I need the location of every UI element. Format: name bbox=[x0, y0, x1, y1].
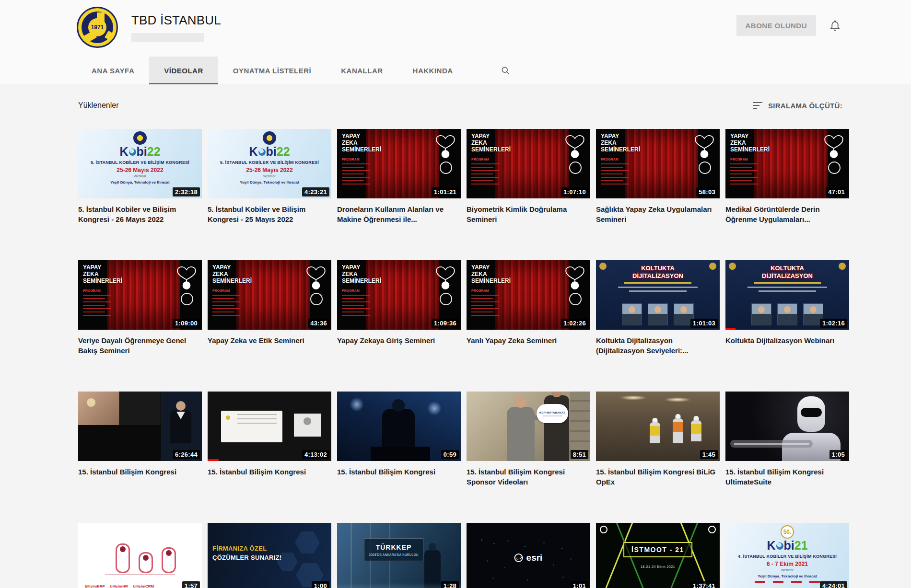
video-thumbnail[interactable]: KOLTUKTADİJİTALİZASYON 1:02:16 bbox=[725, 260, 849, 330]
video-thumbnail[interactable]: 4:13:02 bbox=[208, 392, 331, 461]
thumb-art-shape bbox=[442, 282, 449, 289]
duration-badge: 1:37:41 bbox=[690, 581, 718, 588]
duration-badge: 1:01:03 bbox=[690, 319, 718, 328]
tab-hakkinda[interactable]: HAKKINDA bbox=[398, 57, 468, 84]
video-card[interactable]: 4:13:02 15. İstanbul Bilişim Kongresi bbox=[208, 392, 331, 487]
video-title[interactable]: 5. İstanbul Kobiler ve Bilişim Kongresi … bbox=[78, 204, 202, 224]
video-thumbnail[interactable]: Kbi22 5. İSTANBUL KOBİLER VE BİLİŞİM KON… bbox=[78, 129, 202, 198]
video-card[interactable]: 50. Kbi21 4. İSTANBUL KOBİLER VE BİLİŞİM… bbox=[725, 523, 849, 588]
video-card[interactable]: YAPAYZEKASEMİNERLERİ PROGRAM 1:09:00 Ver… bbox=[78, 260, 202, 356]
video-title[interactable]: 15. İstanbul Bilişim Kongresi bbox=[208, 467, 331, 477]
video-title[interactable]: Yapay Zeka ve Etik Semineri bbox=[208, 335, 331, 346]
video-title[interactable]: Medikal Görüntülerde Derin Öğrenme Uygul… bbox=[725, 204, 849, 224]
video-thumbnail[interactable]: bilişimERPbilişimHRbilişimCRM 1:57 bbox=[78, 523, 202, 588]
video-card[interactable]: 0:59 15. İstanbul Bilişim Kongresi bbox=[337, 392, 461, 487]
tbd-logo-outline-icon bbox=[440, 161, 452, 174]
video-thumbnail[interactable]: YAPAYZEKASEMİNERLERİ PROGRAM 1:02:26 bbox=[467, 260, 590, 330]
video-thumbnail[interactable]: 1:05 bbox=[725, 392, 849, 461]
video-title[interactable]: Veriye Dayalı Öğrenmeye Genel Bakış Semi… bbox=[78, 335, 202, 356]
thumb-art-shape bbox=[342, 170, 370, 171]
video-thumbnail[interactable]: KOLTUKTADİJİTALİZASYON 1:01:03 bbox=[596, 260, 720, 330]
tab-ana-sayfa[interactable]: ANA SAYFA bbox=[77, 57, 149, 84]
video-card[interactable]: YAPAYZEKASEMİNERLERİ PROGRAM 58:03 Sağlı… bbox=[596, 129, 720, 224]
video-title[interactable]: Yapay Zekaya Giriş Semineri bbox=[337, 335, 461, 346]
tab-kanallar[interactable]: KANALLAR bbox=[326, 57, 397, 84]
video-thumbnail[interactable]: YAPAYZEKASEMİNERLERİ PROGRAM 1:09:36 bbox=[337, 260, 461, 330]
thumb-art-shape bbox=[342, 295, 370, 296]
video-card[interactable]: YAPAYZEKASEMİNERLERİ PROGRAM 1:02:26 Yan… bbox=[467, 260, 590, 356]
channel-avatar[interactable]: 1971 bbox=[77, 7, 118, 48]
video-thumbnail[interactable]: YAPAYZEKASEMİNERLERİ PROGRAM 43:36 bbox=[208, 260, 331, 330]
video-title[interactable]: Biyometrik Kimlik Doğrulama Semineri bbox=[467, 204, 590, 224]
video-thumbnail[interactable]: KEP MUTABAKAT 8:51 bbox=[467, 392, 590, 461]
video-card[interactable]: TÜRKKEP2008'DE ANKARA'DA KURULDU 1:28 bbox=[337, 523, 461, 588]
video-title[interactable]: 15. İstanbul Bilişim Kongresi BiLiG OpEx bbox=[596, 467, 720, 487]
avatar-spoke bbox=[105, 31, 118, 43]
video-title[interactable]: Droneların Kullanım Alanları ve Makine Ö… bbox=[337, 204, 461, 224]
light-streak bbox=[350, 523, 352, 588]
hexagon-graphic bbox=[295, 531, 320, 553]
notification-bell-icon[interactable] bbox=[829, 19, 841, 32]
congress-slogan: Yeşil Dünya, Teknoloji ve İhracat bbox=[725, 574, 849, 578]
thumb-art-shape bbox=[730, 184, 758, 184]
video-thumbnail[interactable]: 0:59 bbox=[337, 392, 461, 461]
stethoscope-heart-doodle bbox=[561, 130, 588, 159]
video-title[interactable]: 5. İstanbul Kobiler ve Bilişim Kongresi … bbox=[208, 204, 331, 224]
video-thumbnail[interactable]: YAPAYZEKASEMİNERLERİ PROGRAM 1:07:10 bbox=[467, 129, 590, 198]
subscribe-button[interactable]: ABONE OLUNDU bbox=[736, 15, 817, 36]
video-thumbnail[interactable]: İSTMOOT - 21 18-21-24 Ekim 2021 1:37:41 bbox=[596, 523, 720, 588]
video-card[interactable]: 1:45 15. İstanbul Bilişim Kongresi BiLiG… bbox=[596, 392, 720, 487]
globe-icon bbox=[776, 542, 783, 550]
video-card[interactable]: YAPAYZEKASEMİNERLERİ PROGRAM 47:01 Medik… bbox=[725, 129, 849, 224]
video-title[interactable]: Sağlıkta Yapay Zeka Uygulamaları Seminer… bbox=[596, 204, 720, 224]
video-title[interactable]: Yanlı Yapay Zeka Semineri bbox=[467, 335, 590, 346]
video-title[interactable]: Koltukta Dijitalizasyon Webinarı bbox=[725, 335, 849, 346]
video-thumbnail[interactable]: YAPAYZEKASEMİNERLERİ PROGRAM 47:01 bbox=[725, 129, 849, 198]
video-card[interactable]: İSTMOOT - 21 18-21-24 Ekim 2021 1:37:41 bbox=[596, 523, 720, 588]
video-card[interactable]: YAPAYZEKASEMİNERLERİ PROGRAM 1:07:10 Biy… bbox=[467, 129, 590, 224]
video-card[interactable]: YAPAYZEKASEMİNERLERİ PROGRAM 43:36 Yapay… bbox=[208, 260, 331, 356]
thumb-art-shape bbox=[471, 180, 493, 181]
thumb-art-shape: K bbox=[767, 539, 775, 552]
video-card[interactable]: esri 1:01 bbox=[467, 523, 590, 588]
video-thumbnail[interactable]: TÜRKKEP2008'DE ANKARA'DA KURULDU 1:28 bbox=[337, 523, 461, 588]
video-card[interactable]: YAPAYZEKASEMİNERLERİ PROGRAM 1:01:21 Dro… bbox=[337, 129, 461, 224]
video-title[interactable]: 15. İstanbul Bilişim Kongresi UltimateSu… bbox=[725, 467, 849, 487]
event-logo-icon bbox=[708, 526, 716, 533]
video-title[interactable]: 15. İstanbul Bilişim Kongresi Sponsor Vi… bbox=[467, 467, 590, 487]
video-title[interactable]: 15. İstanbul Bilişim Kongresi bbox=[78, 467, 202, 477]
thumb-art-shape bbox=[601, 180, 623, 181]
video-card[interactable]: 6:26:44 15. İstanbul Bilişim Kongresi bbox=[78, 392, 202, 487]
sort-icon bbox=[753, 102, 762, 109]
video-card[interactable]: Kbi22 5. İSTANBUL KOBİLER VE BİLİŞİM KON… bbox=[78, 129, 202, 224]
thumbnail-art-istmoot: İSTMOOT - 21 18-21-24 Ekim 2021 bbox=[596, 523, 720, 588]
video-card[interactable]: KOLTUKTADİJİTALİZASYON 1:01:03 Koltukta … bbox=[596, 260, 720, 356]
video-card[interactable]: KOLTUKTADİJİTALİZASYON 1:02:16 Koltukta … bbox=[725, 260, 849, 356]
video-thumbnail[interactable]: 50. Kbi21 4. İSTANBUL KOBİLER VE BİLİŞİM… bbox=[725, 523, 849, 588]
video-thumbnail[interactable]: FİRMANIZA ÖZEL ÇÖZÜMLER SUNARIZ! 1:00 bbox=[208, 523, 331, 588]
video-title[interactable]: 15. İstanbul Bilişim Kongresi bbox=[337, 467, 461, 477]
call-frame bbox=[120, 392, 161, 425]
video-card[interactable]: FİRMANIZA ÖZEL ÇÖZÜMLER SUNARIZ! 1:00 bbox=[208, 523, 331, 588]
duration-badge: 1:09:36 bbox=[432, 319, 459, 328]
video-thumbnail[interactable]: YAPAYZEKASEMİNERLERİ PROGRAM 1:09:00 bbox=[78, 260, 202, 330]
video-card[interactable]: KEP MUTABAKAT 8:51 15. İstanbul Bilişim … bbox=[467, 392, 590, 487]
video-card[interactable]: bilişimERPbilişimHRbilişimCRM 1:57 bbox=[78, 523, 202, 588]
video-card[interactable]: Kbi22 5. İSTANBUL KOBİLER VE BİLİŞİM KON… bbox=[208, 129, 331, 224]
video-thumbnail[interactable]: esri 1:01 bbox=[467, 523, 590, 588]
stethoscope-heart-doodle bbox=[561, 262, 588, 290]
video-thumbnail[interactable]: YAPAYZEKASEMİNERLERİ PROGRAM 58:03 bbox=[596, 129, 720, 198]
video-card[interactable]: YAPAYZEKASEMİNERLERİ PROGRAM 1:09:36 Yap… bbox=[337, 260, 461, 356]
video-thumbnail[interactable]: YAPAYZEKASEMİNERLERİ PROGRAM 1:01:21 bbox=[337, 129, 461, 198]
video-thumbnail[interactable]: Kbi22 5. İSTANBUL KOBİLER VE BİLİŞİM KON… bbox=[208, 129, 331, 198]
video-title[interactable]: Koltukta Dijitalizasyon (Dijitalizasyon … bbox=[596, 335, 720, 356]
tab-oynatma-listeleri[interactable]: OYNATMA LİSTELERİ bbox=[218, 57, 327, 84]
stethoscope-heart-doodle bbox=[432, 262, 459, 290]
tab-videolar[interactable]: VİDEOLAR bbox=[149, 57, 218, 84]
video-card[interactable]: 1:05 15. İstanbul Bilişim Kongresi Ultim… bbox=[725, 392, 849, 487]
thumb-art-shape bbox=[701, 150, 708, 158]
channel-search-button[interactable] bbox=[488, 57, 523, 84]
video-thumbnail[interactable]: 1:45 bbox=[596, 392, 720, 461]
sort-button[interactable]: SIRALAMA ÖLÇÜTÜ: bbox=[753, 102, 842, 110]
video-thumbnail[interactable]: 6:26:44 bbox=[78, 392, 202, 461]
